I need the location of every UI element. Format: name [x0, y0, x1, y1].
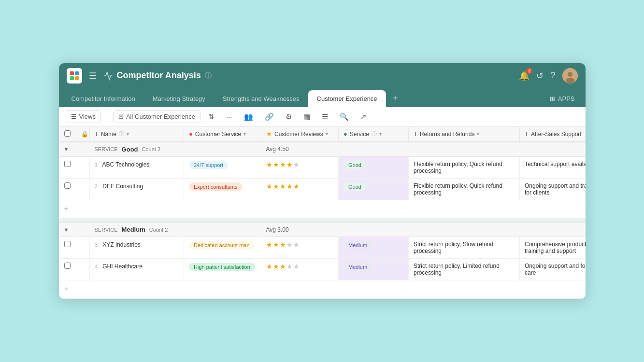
th-after-sales[interactable]: T After-Sales Support: [520, 127, 586, 142]
group-icon-btn[interactable]: 👥: [240, 110, 257, 124]
logo[interactable]: [67, 68, 82, 84]
service-badge[interactable]: Good: [343, 182, 366, 191]
th-name[interactable]: T Name ⓘ ▾: [90, 127, 184, 142]
row-rr-cell: Strict return policy, Limited refund pro…: [409, 259, 520, 280]
th-checkbox[interactable]: [59, 127, 76, 142]
group-chevron-icon[interactable]: ▼: [64, 146, 69, 152]
group-toggle-cell[interactable]: ▼: [59, 222, 90, 237]
group-cr-cell: Avg 3.00: [261, 222, 339, 237]
group-cr-cell: Avg 4.50: [261, 142, 339, 157]
apps-button[interactable]: ⊞ APPS: [543, 90, 582, 107]
link-icon-btn[interactable]: 🔗: [261, 110, 278, 124]
group-chevron-icon[interactable]: ▼: [64, 227, 69, 233]
customer-service-tag[interactable]: 24/7 support: [189, 161, 228, 169]
search-icon-btn[interactable]: 🔍: [336, 110, 353, 124]
group-label-text: Medium: [122, 226, 145, 233]
th-name-icon: T: [95, 130, 99, 138]
th-customer-service[interactable]: ● Customer Service ▾: [184, 127, 261, 142]
customer-service-tag[interactable]: Dedicated account man: [189, 241, 255, 250]
more-icon-btn[interactable]: ···: [222, 110, 236, 123]
th-service[interactable]: ● Service ⓘ ▾: [339, 127, 409, 142]
row-checkbox-cell[interactable]: [59, 156, 76, 178]
group-row-1: ▼ SERVICE Medium Count 2 Avg 3.00: [59, 222, 586, 237]
row-checkbox-cell[interactable]: [59, 237, 76, 259]
add-tab-button[interactable]: ＋: [386, 88, 404, 107]
service-badge[interactable]: Medium: [343, 263, 372, 271]
columns-icon-btn[interactable]: ☰: [318, 110, 332, 124]
th-rr-caret[interactable]: ▾: [477, 131, 479, 137]
views-button[interactable]: ☰ Views: [66, 110, 101, 123]
group-toggle-cell[interactable]: ▼: [59, 142, 90, 157]
history-button[interactable]: ↺: [536, 70, 544, 81]
svg-point-5: [568, 72, 572, 77]
table-row[interactable]: 2 DEF Consulting Expert consultants ★★★★…: [59, 178, 586, 200]
returns-text: Flexible return policy, Quick refund pro…: [414, 182, 502, 196]
add-row-button[interactable]: +: [59, 280, 586, 299]
row-checkbox-cell[interactable]: [59, 259, 76, 280]
customer-service-tag[interactable]: High patient satisfaction: [189, 263, 255, 271]
th-name-caret[interactable]: ▾: [127, 131, 129, 137]
group-avg-label: Avg 3.00: [266, 226, 289, 233]
toolbar-divider-1: [107, 111, 107, 122]
tab-customer-experience[interactable]: Customer Experience: [308, 90, 386, 107]
info-icon[interactable]: ⓘ: [205, 71, 212, 80]
th-customer-reviews[interactable]: ★ Customer Reviews ▾: [261, 127, 339, 142]
row-name-cell: 2 DEF Consulting: [90, 178, 184, 200]
app-title: Competitor Analysis: [117, 70, 201, 81]
row-checkbox[interactable]: [64, 182, 71, 189]
table-header: 🔒 T Name ⓘ ▾ ● Customer Service: [59, 127, 586, 142]
filter-icon-btn[interactable]: ⚙: [282, 110, 296, 124]
th-cs-caret[interactable]: ▾: [243, 131, 246, 137]
service-badge[interactable]: Good: [343, 161, 366, 169]
notifications-button[interactable]: 🔔 2: [519, 70, 530, 81]
table-icon-btn[interactable]: ▦: [300, 110, 314, 124]
add-row-button[interactable]: +: [59, 200, 586, 218]
row-number: 3: [95, 242, 98, 248]
group-as-cell: [520, 222, 586, 237]
avatar[interactable]: [562, 68, 578, 84]
tab-spacer: [404, 88, 543, 107]
add-row-cell[interactable]: +: [59, 280, 586, 299]
th-returns[interactable]: T Returns and Refunds ▾: [409, 127, 520, 142]
th-cr-label: Customer Reviews: [274, 131, 323, 138]
help-button[interactable]: ?: [550, 70, 555, 81]
th-name-info: ⓘ: [119, 130, 124, 138]
row-rr-cell: Flexible return policy, Quick refund pro…: [409, 178, 520, 200]
table-row[interactable]: 3 XYZ Industries Dedicated account man ★…: [59, 237, 586, 259]
table-row[interactable]: 4 GHI Healthcare High patient satisfacti…: [59, 259, 586, 280]
add-row-cell[interactable]: +: [59, 200, 586, 218]
views-label: Views: [79, 113, 96, 120]
group-cs-cell: [184, 142, 261, 157]
group-count-badge: Count 2: [142, 146, 161, 152]
row-svc-cell: Good: [339, 156, 409, 178]
row-checkbox-cell[interactable]: [59, 178, 76, 200]
group-svc-cell: [339, 142, 409, 157]
customer-service-tag[interactable]: Expert consultants: [189, 182, 243, 191]
after-sales-text: Ongoing support and follow-up care: [525, 263, 586, 276]
th-cr-caret[interactable]: ▾: [326, 131, 328, 137]
hamburger-button[interactable]: ☰: [87, 69, 99, 83]
th-name-label: Name: [101, 131, 116, 138]
tab-competitor-information[interactable]: Competitor Information: [63, 90, 144, 107]
row-number: 1: [95, 162, 98, 167]
returns-text: Strict return policy, Slow refund proces…: [414, 241, 493, 254]
row-checkbox[interactable]: [64, 241, 71, 247]
share-icon-btn[interactable]: ↗: [357, 110, 371, 124]
tab-marketing-strategy[interactable]: Marketing Strategy: [144, 90, 214, 107]
table-body: ▼ SERVICE Good Count 2 Avg 4.50 1 ABC Te…: [59, 142, 586, 299]
row-checkbox[interactable]: [64, 263, 71, 269]
row-as-cell: Ongoing support and follow-up care: [520, 259, 586, 280]
tab-strengths-weaknesses[interactable]: Strengths and Weaknesses: [214, 90, 308, 107]
star-rating: ★★★★★: [266, 263, 300, 270]
service-badge[interactable]: Medium: [343, 241, 372, 250]
group-row-0: ▼ SERVICE Good Count 2 Avg 4.50: [59, 142, 586, 157]
table-wrap: 🔒 T Name ⓘ ▾ ● Customer Service: [59, 127, 586, 299]
select-all-checkbox[interactable]: [64, 130, 71, 137]
th-svc-caret[interactable]: ▾: [379, 131, 382, 137]
all-view-label: All Customer Experience: [126, 113, 195, 120]
all-view-button[interactable]: ⊞ All Customer Experience: [113, 110, 200, 123]
sort-icon-btn[interactable]: ⇅: [204, 110, 218, 124]
group-count-badge: Count 2: [149, 227, 168, 233]
table-row[interactable]: 1 ABC Technologies 24/7 support ★★★★★ Go…: [59, 156, 586, 178]
row-checkbox[interactable]: [64, 161, 71, 167]
